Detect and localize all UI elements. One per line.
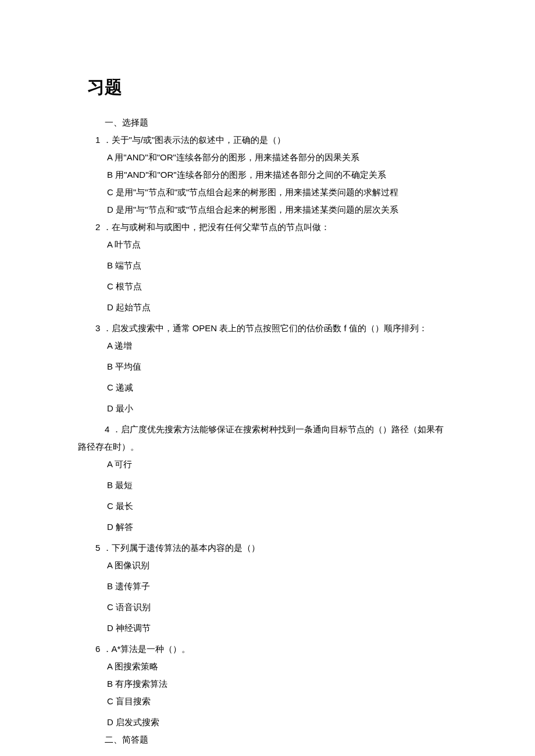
question-text: ．在与或树和与或图中，把没有任何父辈节点的节点叫做： [103,222,330,232]
q5-option-a: A 图像识别 [107,558,454,572]
q6-option-c: C 盲目搜索 [107,694,454,708]
question-6-stem: 6 ．A*算法是一种（）。 [95,642,454,656]
question-text: ．关于"与/或"图表示法的叙述中，正确的是（） [103,135,286,145]
page-title: 习题 [87,76,454,99]
q5-option-d: D 神经调节 [107,621,454,635]
document-page: 习题 一、选择题 1 ．关于"与/或"图表示法的叙述中，正确的是（） A 用"A… [87,76,454,750]
question-text: ．A*算法是一种（）。 [103,644,191,654]
q3-option-b: B 平均值 [107,360,454,374]
question-3-stem: 3 ．启发式搜索中，通常 OPEN 表上的节点按照它们的估价函数 f 值的（）顺… [95,321,454,335]
q2-option-c: C 根节点 [107,280,454,293]
question-4-stem-line1: 4 ．启广度优先搜索方法能够保证在搜索树种找到一条通向目标节点的（）路径（如果有 [105,422,454,436]
q6-option-b: B 有序搜索算法 [107,677,454,691]
q4-option-a: A 可行 [107,457,454,471]
question-4-stem-line2: 路径存在时）。 [78,440,454,454]
q3-option-d: D 最小 [107,402,454,415]
question-number: 1 [95,135,100,145]
question-number: 3 [95,323,100,333]
q5-option-c: C 语音识别 [107,600,454,614]
q2-option-a: A 叶节点 [107,238,454,252]
q4-option-d: D 解答 [107,520,454,534]
q1-option-a: A 用"AND"和"OR"连续各部分的图形，用来描述各部分的因果关系 [107,151,454,164]
question-number: 6 [95,644,100,654]
question-text: ．启发式搜索中，通常 OPEN 表上的节点按照它们的估价函数 f 值的（）顺序排… [103,323,427,333]
q6-option-d: D 启发式搜索 [107,715,454,729]
q2-option-d: D 起始节点 [107,300,454,314]
question-number: 2 [95,222,100,232]
question-text: ．下列属于遗传算法的基本内容的是（） [103,543,260,553]
q1-option-d: D 是用"与"节点和"或"节点组合起来的树形图，用来描述某类问题的层次关系 [107,203,454,217]
q1-option-c: C 是用"与"节点和"或"节点组合起来的树形图，用来描述某类问题的求解过程 [107,185,454,199]
question-5-stem: 5 ．下列属于遗传算法的基本内容的是（） [95,541,454,555]
q3-option-c: C 递减 [107,381,454,395]
q4-option-b: B 最短 [107,478,454,492]
q3-option-a: A 递增 [107,339,454,353]
question-number: 5 [95,543,100,553]
q5-option-b: B 遗传算子 [107,579,454,593]
question-number: 4 [105,424,109,434]
q1-option-b: B 用"AND"和"OR"连续各部分的图形，用来描述各部分之间的不确定关系 [107,168,454,182]
question-2-stem: 2 ．在与或树和与或图中，把没有任何父辈节点的节点叫做： [95,220,454,234]
question-1-stem: 1 ．关于"与/或"图表示法的叙述中，正确的是（） [95,133,454,147]
question-text: ．启广度优先搜索方法能够保证在搜索树种找到一条通向目标节点的（）路径（如果有 [112,424,444,434]
q6-option-a: A 图搜索策略 [107,660,454,673]
q2-option-b: B 端节点 [107,259,454,273]
section-header-1: 一、选择题 [105,116,454,130]
q4-option-c: C 最长 [107,499,454,513]
section-header-2: 二、简答题 [105,733,454,747]
